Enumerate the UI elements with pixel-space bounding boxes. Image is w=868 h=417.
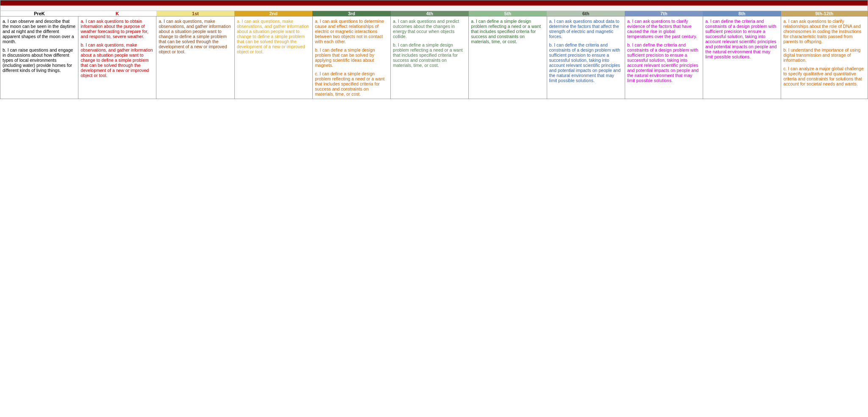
grade-cell-8th: a. I can define the criteria and constra… xyxy=(703,17,781,99)
cell-item-3rd-1: b. I can define a simple design problem … xyxy=(315,47,388,68)
cell-item-5th-0: a. I can define a simple design problem … xyxy=(471,19,544,44)
grade-cell-7th: a. I can ask questions to clarify eviden… xyxy=(625,17,703,99)
grade-header-7th: 7th xyxy=(625,11,703,17)
cell-item-4th-0: a. I can ask questions and predict outco… xyxy=(393,19,466,39)
cell-item-912th-0: a. I can ask questions to clarify relati… xyxy=(783,19,865,44)
grade-cell-2nd: a. I can ask questions, make observation… xyxy=(234,17,312,99)
grade-header-3rd: 3rd xyxy=(312,11,390,17)
cell-item-prek-1: b. I can raise questions and engage in d… xyxy=(3,47,76,73)
grade-header-912th: 9th-12th xyxy=(781,11,868,17)
grade-cell-912th: a. I can ask questions to clarify relati… xyxy=(781,17,868,99)
grade-content-row: a. I can observe and describe that the m… xyxy=(0,17,868,99)
grade-cell-5th: a. I can define a simple design problem … xyxy=(469,17,547,99)
grade-header-2nd: 2nd xyxy=(234,11,312,17)
cell-item-1st-0: a. I can ask questions, make observation… xyxy=(159,19,232,54)
cell-item-k-1: b. I can ask questions, make observation… xyxy=(81,42,154,78)
grade-cell-k: a. I can ask questions to obtain informa… xyxy=(78,17,156,99)
grade-header-prek: PreK xyxy=(0,11,78,17)
cell-item-3rd-0: a. I can ask questions to determine caus… xyxy=(315,19,388,44)
main-table: PreKK1st2nd3rd4th5th6th7th8th9th-12th a.… xyxy=(0,0,868,99)
cell-item-8th-0: a. I can define the criteria and constra… xyxy=(705,19,779,59)
cell-item-6th-0: a. I can ask questions about data to det… xyxy=(549,19,623,39)
grade-header-row: PreKK1st2nd3rd4th5th6th7th8th9th-12th xyxy=(0,11,868,17)
cell-item-7th-1: b. I can define the criteria and constra… xyxy=(627,42,701,83)
cell-item-6th-1: b. I can define the criteria and constra… xyxy=(549,42,623,83)
cell-item-7th-0: a. I can ask questions to clarify eviden… xyxy=(627,19,701,39)
grade-header-1st: 1st xyxy=(156,11,234,17)
grade-cell-prek: a. I can observe and describe that the m… xyxy=(0,17,78,99)
cell-item-k-0: a. I can ask questions to obtain informa… xyxy=(81,19,154,39)
elo-header xyxy=(0,0,868,6)
grade-cell-6th: a. I can ask questions about data to det… xyxy=(547,17,625,99)
grade-cell-4th: a. I can ask questions and predict outco… xyxy=(391,17,469,99)
cell-item-912th-1: b. I understand the importance of using … xyxy=(783,47,865,63)
grade-header-8th: 8th xyxy=(703,11,781,17)
grade-header-6th: 6th xyxy=(547,11,625,17)
grade-header-k: K xyxy=(78,11,156,17)
grade-cell-3rd: a. I can ask questions to determine caus… xyxy=(312,17,390,99)
cell-item-3rd-2: c. I can define a simple design problem … xyxy=(315,71,388,97)
cell-item-912th-2: c. I can analyze a major global challeng… xyxy=(783,66,865,86)
cell-item-4th-1: b. I can define a simple design problem … xyxy=(393,42,466,68)
cell-item-prek-0: a. I can observe and describe that the m… xyxy=(3,19,76,44)
learning-targets-header xyxy=(0,6,868,11)
grade-cell-1st: a. I can ask questions, make observation… xyxy=(156,17,234,99)
grade-header-5th: 5th xyxy=(469,11,547,17)
cell-item-2nd-0: a. I can ask questions, make observation… xyxy=(237,19,310,54)
grade-header-4th: 4th xyxy=(391,11,469,17)
